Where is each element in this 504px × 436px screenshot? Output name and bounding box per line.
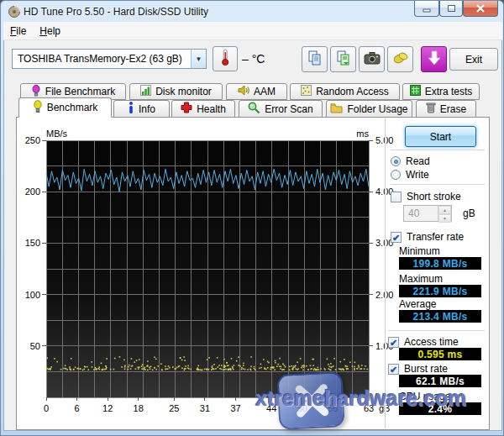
health-cross-icon [181, 102, 192, 116]
access-time-value: 0.595 ms [399, 348, 481, 360]
svg-text:6: 6 [75, 403, 80, 413]
screenshot-button[interactable] [359, 46, 385, 72]
tab-health[interactable]: Health [171, 100, 235, 118]
short-stroke-checkbox[interactable] [391, 192, 402, 202]
read-radio-row: Read [391, 155, 430, 167]
separator [391, 150, 485, 151]
minimum-label: Minimum [399, 245, 440, 257]
spinner-buttons[interactable]: ▲▼ [438, 206, 451, 221]
download-button[interactable] [421, 46, 447, 72]
camera-icon [364, 51, 381, 68]
tab-info[interactable]: Info [113, 100, 170, 118]
exit-button[interactable]: Exit [449, 48, 498, 71]
access-time-checkbox[interactable]: ✔ [388, 337, 399, 348]
drive-select[interactable]: TOSHIBA TransMemory-Ex2 (63 gB) ▼ [12, 49, 207, 69]
tab-benchmark[interactable]: Benchmark [18, 97, 112, 118]
close-button[interactable] [463, 1, 498, 17]
exit-button-label: Exit [465, 54, 482, 66]
average-label: Average [399, 298, 436, 310]
trash-icon [426, 102, 436, 116]
tab-label: Random Access [316, 86, 389, 97]
access-time-label[interactable]: Access time [404, 336, 459, 348]
lightbulb-icon [33, 100, 43, 116]
svg-text:18: 18 [134, 403, 144, 413]
maximum-value: 221.9 MB/s [399, 285, 481, 297]
svg-text:0: 0 [44, 403, 49, 413]
thermometer-icon [218, 48, 232, 70]
short-stroke-spinner[interactable]: 40 ▲▼ [403, 205, 452, 222]
app-window: HD Tune Pro 5.50 - Hard Disk/SSD Utility… [0, 0, 504, 436]
svg-text:MB/s: MB/s [46, 129, 68, 139]
maximum-label: Maximum [399, 273, 443, 285]
spin-down-icon[interactable]: ▼ [438, 214, 451, 223]
start-button[interactable]: Start [405, 126, 476, 147]
svg-text:100: 100 [25, 290, 40, 300]
tab-extra-tests[interactable]: Extra tests [402, 83, 480, 100]
window-title: HD Tune Pro 5.50 - Hard Disk/SSD Utility [24, 6, 208, 18]
menu-file[interactable]: File [3, 22, 33, 40]
tab-disk-monitor[interactable]: Disk monitor [129, 83, 223, 100]
magnifier-icon [248, 102, 260, 117]
info-icon [128, 102, 134, 116]
tab-erase[interactable]: Erase [416, 100, 476, 118]
separator [391, 184, 485, 186]
svg-text:31: 31 [200, 403, 210, 413]
temperature-value: – °C [242, 52, 265, 66]
tab-label: Folder Usage [347, 103, 407, 115]
read-radio-label[interactable]: Read [406, 155, 430, 167]
watermark-text: xtremehardware.com [255, 386, 467, 411]
tab-label: File Benchmark [45, 86, 115, 97]
speaker-icon [238, 85, 249, 98]
average-value: 213.4 MB/s [399, 310, 481, 323]
svg-text:250: 250 [25, 135, 40, 145]
tab-label: Benchmark [47, 102, 98, 113]
panel-divider [385, 118, 386, 428]
restore-button[interactable] [439, 1, 463, 17]
menu-bar: File Help [3, 22, 502, 40]
svg-text:ms: ms [356, 129, 369, 139]
transfer-rate-label[interactable]: Transfer rate [407, 231, 464, 243]
transfer-rate-checkbox[interactable]: ✔ [391, 232, 402, 243]
temperature-button[interactable] [213, 46, 238, 71]
spin-up-icon[interactable]: ▲ [438, 206, 451, 214]
random-access-icon [301, 85, 312, 98]
short-stroke-row: Short stroke [391, 191, 461, 202]
svg-text:25: 25 [169, 403, 179, 413]
separator [388, 330, 485, 332]
tab-aam[interactable]: AAM [226, 83, 287, 100]
tab-label: Info [139, 103, 155, 115]
minimum-value: 199.8 MB/s [399, 257, 481, 270]
extra-tests-icon [410, 85, 421, 98]
disk-monitor-icon [140, 85, 151, 98]
benchmark-chart: MB/sms250200150100505.004.003.002.001.00… [18, 129, 397, 418]
svg-text:12: 12 [102, 403, 113, 413]
copy-icon [307, 50, 323, 69]
folder-icon [330, 102, 343, 116]
minimize-button[interactable] [414, 1, 439, 17]
tab-random-access[interactable]: Random Access [290, 83, 400, 100]
write-radio[interactable] [391, 170, 401, 180]
short-stroke-label[interactable]: Short stroke [407, 191, 461, 202]
tab-error-scan[interactable]: Error Scan [239, 100, 323, 118]
tab-label: Extra tests [425, 86, 473, 97]
file-benchmark-icon [31, 85, 41, 99]
copy-button[interactable] [302, 46, 328, 72]
marker-icon [392, 50, 409, 69]
short-stroke-value: 40 [404, 206, 438, 221]
transfer-rate-row: ✔ Transfer rate [391, 231, 464, 243]
start-button-label: Start [430, 131, 451, 143]
tab-label: Disk monitor [155, 86, 212, 97]
drive-select-value: TOSHIBA TransMemory-Ex2 (63 gB) [13, 53, 191, 65]
tab-folder-usage[interactable]: Folder Usage [326, 100, 412, 118]
burst-rate-label[interactable]: Burst rate [404, 363, 448, 375]
write-radio-label[interactable]: Write [406, 169, 429, 181]
short-stroke-unit: gB [463, 207, 475, 219]
marker-button[interactable] [387, 46, 413, 72]
burst-rate-checkbox[interactable]: ✔ [388, 364, 399, 375]
burst-rate-value: 62.1 MB/s [399, 375, 481, 387]
menu-help[interactable]: Help [33, 22, 67, 40]
write-radio-row: Write [391, 169, 429, 181]
tab-label: Health [197, 103, 226, 115]
copy-file-button[interactable] [330, 46, 356, 72]
read-radio[interactable] [391, 156, 401, 166]
